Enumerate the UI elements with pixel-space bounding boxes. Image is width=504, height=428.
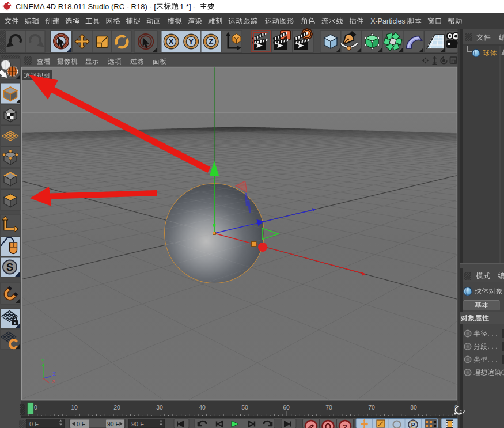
svg-text:0 F: 0 F [29,421,39,427]
svg-text:90 F: 90 F [131,421,144,427]
svg-text:Y: Y [188,37,194,46]
svg-text:1 *] -: 1 *] - [180,2,195,11]
svg-text:X-Particles: X-Particles [370,17,405,25]
svg-text:P: P [411,422,415,428]
svg-text:80: 80 [410,404,417,411]
svg-text:X: X [168,37,174,46]
svg-text:40: 40 [199,404,206,411]
svg-text:20: 20 [113,404,120,411]
svg-text:70: 70 [368,404,375,411]
svg-text:60: 60 [283,404,290,411]
svg-text:10: 10 [71,404,78,411]
svg-text:Z: Z [209,37,214,46]
svg-text:70: 70 [325,404,332,411]
svg-text:50: 50 [241,404,248,411]
svg-text:?: ? [343,423,347,428]
svg-text:X: X [52,378,55,384]
svg-text:CINEMA 4D R18.011 Studio (RC -: CINEMA 4D R18.011 Studio (RC - R18) - [ [16,2,156,11]
svg-text:S: S [6,262,13,273]
svg-text:90 F: 90 F [107,421,119,427]
svg-text:0 F: 0 F [77,421,85,427]
svg-text:Z: Z [52,371,55,377]
svg-text:0: 0 [34,404,37,411]
svg-text:Y: Y [41,358,44,363]
